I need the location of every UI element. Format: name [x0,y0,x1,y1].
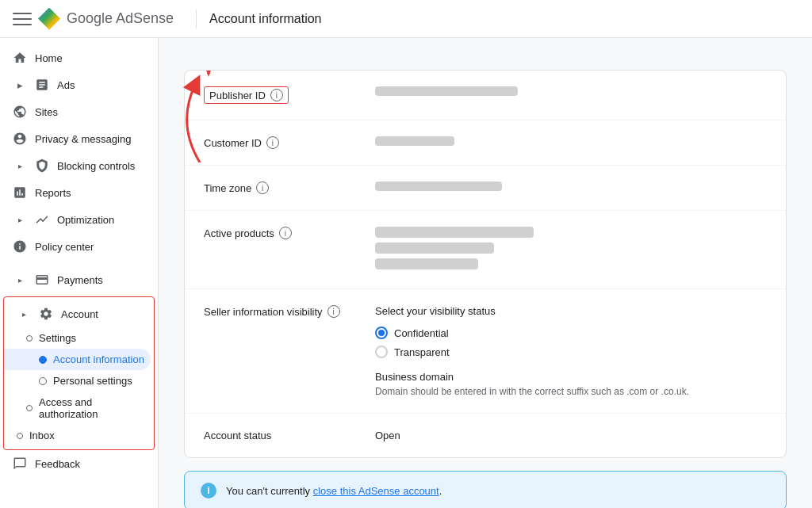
active-products-blurred-3 [375,258,478,269]
sidebar-item-sites[interactable]: Sites [0,98,151,125]
timezone-label: Time zone i [204,181,362,194]
seller-visibility-info-icon[interactable]: i [327,305,340,318]
active-products-blurred-2 [375,243,494,254]
business-domain-sublabel: Domain should be entered in with the cor… [375,386,767,397]
ads-expand-icon: ▸ [13,78,27,92]
personal-settings-dot-icon [39,377,47,385]
sidebar-item-access-auth[interactable]: Access and authorization [4,392,154,425]
sidebar-account-label: Account [61,308,98,320]
publisher-id-row: Publisher ID i [185,71,786,120]
ads-icon [35,78,49,92]
timezone-info-icon[interactable]: i [256,181,269,194]
active-products-row: Active products i [185,211,786,289]
account-info-dot-icon [39,356,47,364]
account-expand-icon: ▸ [17,307,31,321]
blocking-icon [35,159,49,173]
sidebar-item-payments[interactable]: ▸ Payments [0,266,151,293]
reports-icon [13,185,27,200]
logo-icon [38,8,60,30]
sidebar-item-settings[interactable]: Settings [4,327,154,349]
visibility-title: Select your visibility status [375,305,767,317]
customer-id-info-icon[interactable]: i [266,136,279,149]
settings-dot-icon [26,335,33,342]
inbox-dot-icon [17,433,23,439]
access-dot-icon [26,405,33,411]
account-section: ▸ Account Settings Account information P… [3,296,155,450]
logo: Google AdSense [38,8,174,30]
timezone-row: Time zone i [185,166,786,211]
active-products-value [375,227,767,273]
privacy-icon [13,132,27,146]
sidebar-optimization-label: Optimization [57,214,114,226]
seller-visibility-right: Select your visibility status Confidenti… [375,305,767,397]
business-domain-section: Business domain Domain should be entered… [375,371,767,397]
sidebar-blocking-label: Blocking controls [57,160,135,172]
confidential-option[interactable]: Confidential [375,327,767,339]
sidebar-item-optimization[interactable]: ▸ Optimization [0,206,151,233]
topbar-divider [196,10,197,29]
customer-id-blurred [375,136,454,146]
sidebar-feedback-label: Feedback [35,458,80,470]
transparent-radio[interactable] [375,346,388,358]
brand-name: Google AdSense [67,10,174,27]
sidebar-item-account[interactable]: ▸ Account [4,300,154,327]
confidential-radio[interactable] [375,327,388,339]
sidebar-home-label: Home [35,52,63,64]
sidebar-item-account-information[interactable]: Account information [4,349,151,370]
home-icon [13,51,27,65]
sidebar-item-privacy[interactable]: Privacy & messaging [0,125,151,152]
info-banner-text: You can't currently close this AdSense a… [226,485,442,497]
sidebar-item-blocking[interactable]: ▸ Blocking controls [0,152,151,179]
sidebar-sites-label: Sites [35,106,58,118]
publisher-id-info-icon[interactable]: i [270,89,283,101]
sidebar-access-auth-label: Access and authorization [39,396,147,420]
sidebar-item-home[interactable]: Home [0,44,151,71]
main-content: Publisher ID i [159,38,812,508]
customer-id-label: Customer ID i [204,136,362,149]
active-products-label: Active products i [204,227,362,239]
publisher-id-label-text: Publisher ID i [204,86,289,104]
sidebar: Home ▸ Ads Sites Privacy & messaging [0,38,159,508]
topbar: Google AdSense Account information [0,0,812,38]
sidebar-inbox-label: Inbox [29,430,55,441]
customer-id-row: Customer ID i [185,120,786,166]
timezone-blurred [375,181,502,191]
sidebar-item-policy[interactable]: Policy center [0,233,151,260]
payments-expand-icon: ▸ [13,273,27,287]
active-products-info-icon[interactable]: i [279,227,292,239]
sidebar-reports-label: Reports [35,187,71,199]
info-banner: i You can't currently close this AdSense… [184,471,787,508]
sidebar-settings-label: Settings [39,332,76,344]
timezone-value [375,181,767,194]
feedback-icon [13,456,27,471]
sidebar-item-feedback[interactable]: Feedback [0,450,151,477]
sidebar-item-personal-settings[interactable]: Personal settings [4,370,154,392]
publisher-id-value [375,86,767,99]
sites-icon [13,105,27,119]
blocking-expand-icon: ▸ [13,159,27,173]
publisher-id-blurred [375,86,518,96]
account-icon [39,307,53,321]
seller-visibility-label: Seller information visibility i [204,305,362,318]
close-account-link[interactable]: close this AdSense account [313,485,439,497]
account-status-label: Account status [204,430,362,441]
sidebar-account-info-label: Account information [53,353,144,365]
payments-icon [35,273,49,287]
sidebar-personal-settings-label: Personal settings [53,375,132,387]
info-banner-icon: i [201,483,216,498]
sidebar-item-reports[interactable]: Reports [0,179,151,206]
page-title: Account information [209,12,321,26]
sidebar-item-inbox[interactable]: Inbox [4,425,154,446]
red-arrow-annotation [184,70,248,86]
transparent-option[interactable]: Transparent [375,346,767,358]
sidebar-item-ads[interactable]: ▸ Ads [0,71,151,98]
business-domain-label: Business domain [375,371,767,383]
optimization-icon [35,212,49,227]
optimization-expand-icon: ▸ [13,212,27,227]
sidebar-payments-label: Payments [57,274,103,286]
menu-icon[interactable] [13,10,32,29]
sidebar-ads-label: Ads [57,79,75,91]
customer-id-value [375,136,767,149]
seller-visibility-section: Seller information visibility i Select y… [185,289,786,414]
publisher-id-label: Publisher ID i [204,86,362,104]
